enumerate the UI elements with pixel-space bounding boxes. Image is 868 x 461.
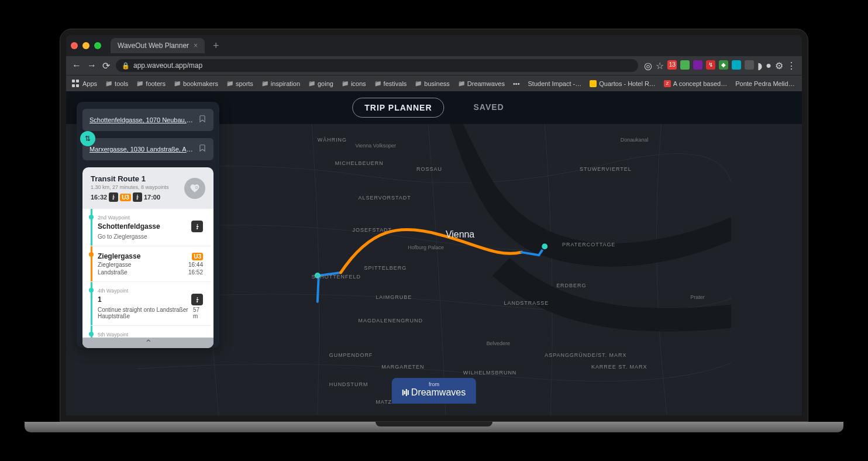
bookmark-icon[interactable] (198, 115, 206, 125)
window-controls (71, 42, 101, 49)
app-viewport: wave ut TRIP PLANNER SAVED (66, 91, 802, 415)
tab-title: WaveOut Web Planner (118, 42, 189, 50)
bookmark-link[interactable]: Student Impact -… (528, 80, 582, 87)
favorite-route-button[interactable] (184, 178, 205, 199)
extension-icon[interactable] (680, 60, 690, 70)
extension-icon[interactable] (745, 60, 754, 70)
apps-button[interactable]: Apps (72, 80, 97, 88)
bookmark-folder[interactable]: footers (136, 80, 166, 87)
tab-trip-planner[interactable]: TRIP PLANNER (352, 98, 444, 118)
svg-text:Prater: Prater (690, 294, 704, 300)
from-location-field[interactable]: Schottenfeldgasse, 1070 Neubau, Austria (82, 109, 213, 131)
extension-icon[interactable] (732, 60, 741, 70)
laptop-notch (376, 422, 492, 426)
swap-locations-button[interactable]: ⇅ (80, 131, 95, 146)
bookmark-link[interactable]: ZA concept based… (664, 80, 727, 87)
close-tab-icon[interactable]: × (194, 42, 198, 50)
route-time-row: 16:32 U3 17:00 (91, 192, 169, 202)
maximize-window-button[interactable] (94, 42, 101, 49)
forward-button[interactable]: → (87, 60, 97, 71)
svg-point-25 (137, 195, 138, 196)
settings-icon[interactable]: ⚙ (775, 60, 783, 71)
svg-text:ERDBERG: ERDBERG (556, 283, 586, 288)
laptop-screen: WaveOut Web Planner × + ← → ⟳ 🔒 app.wave… (60, 29, 808, 422)
browser-tab[interactable]: WaveOut Web Planner × (111, 38, 205, 53)
back-button[interactable]: ← (72, 60, 81, 71)
bookmark-link[interactable]: Ponte Pedra Melid… (735, 80, 795, 87)
collapse-panel-button[interactable]: ⌃ (82, 338, 213, 348)
waypoint-label: 4th Waypoint (98, 288, 203, 294)
route-steps[interactable]: 2nd Waypoint Schottenfeldgasse Go to Zie… (82, 209, 213, 338)
svg-point-24 (113, 195, 114, 196)
bookmark-folder[interactable]: Dreamwaves (458, 80, 505, 87)
badge-brand: Dreamwaves (402, 387, 466, 398)
close-window-button[interactable] (71, 42, 78, 49)
map-poi: Belvedere (487, 340, 510, 346)
site-info-icon[interactable]: ◎ (644, 60, 652, 71)
map-city-label: Vienna (446, 229, 474, 239)
route-step: 2nd Waypoint Schottenfeldgasse Go to Zie… (91, 209, 211, 246)
laptop-base (25, 422, 843, 432)
address-field[interactable]: 🔒 app.waveout.app/map (116, 59, 638, 72)
svg-text:STUWERVIERTEL: STUWERVIERTEL (580, 166, 632, 172)
svg-text:KARREE ST. MARX: KARREE ST. MARX (591, 364, 647, 370)
bookmark-folder[interactable]: icons (342, 80, 366, 87)
extension-icon[interactable] (693, 60, 702, 70)
bookmark-folder[interactable]: inspiration (261, 80, 300, 87)
profile-icon[interactable]: ● (766, 60, 771, 71)
metro-line-badge: U3 (120, 194, 131, 201)
route-title: Transit Route 1 (91, 174, 169, 183)
nav-tabs: TRIP PLANNER SAVED (352, 98, 515, 118)
svg-text:GUMPENDORF: GUMPENDORF (329, 352, 373, 358)
step-title: Zieglergasse (98, 252, 140, 260)
route-step: Zieglergasse U3 Zieglergasse16:44 Landst… (91, 246, 211, 282)
svg-text:MICHELBEUERN: MICHELBEUERN (335, 160, 384, 166)
route-step: 5th Waypoint (91, 326, 211, 338)
extension-icon[interactable]: ↯ (706, 60, 715, 70)
bookmark-folder[interactable]: sports (226, 80, 253, 87)
from-location-text: Schottenfeldgasse, 1070 Neubau, Austria (89, 116, 194, 123)
route-card: Transit Route 1 1.30 km, 27 minutes, 8 w… (82, 167, 213, 348)
walk-icon (191, 221, 203, 232)
svg-text:LAIMGRUBE: LAIMGRUBE (376, 294, 412, 300)
bookmark-folder[interactable]: festivals (374, 80, 407, 87)
arrive-time: 17:00 (144, 194, 160, 201)
route-header: Transit Route 1 1.30 km, 27 minutes, 8 w… (82, 167, 213, 209)
bookmark-star-icon[interactable]: ☆ (656, 60, 664, 71)
lock-icon: 🔒 (122, 62, 130, 70)
bookmark-folder[interactable]: going (308, 80, 333, 87)
extension-icon[interactable]: 13 (667, 60, 677, 70)
map-poi: Donaukanal (621, 137, 649, 143)
new-tab-button[interactable]: + (209, 40, 223, 52)
browser-tab-bar: WaveOut Web Planner × + (66, 35, 802, 56)
svg-text:WÄHRING: WÄHRING (318, 137, 347, 143)
reload-button[interactable]: ⟳ (102, 60, 110, 71)
svg-text:ROSSAU: ROSSAU (416, 166, 442, 172)
bookmark-link[interactable]: Quartos - Hotel R… (590, 80, 656, 87)
svg-text:WILHELMSBRUNN: WILHELMSBRUNN (463, 370, 517, 376)
depart-time: 16:32 (91, 194, 107, 201)
bookmark-icon[interactable] (198, 144, 206, 154)
to-location-field[interactable]: Marxergasse, 1030 Landstraße, Austria (82, 138, 213, 160)
svg-text:JOSEFSTADT: JOSEFSTADT (353, 227, 392, 233)
svg-text:ASPANGGRÜNDE/ST. MARX: ASPANGGRÜNDE/ST. MARX (545, 352, 626, 358)
extension-icons: ◎ ☆ 13 ↯ ◆ ◗ ● ⚙ ⋮ (644, 60, 796, 71)
browser-window: WaveOut Web Planner × + ← → ⟳ 🔒 app.wave… (66, 35, 802, 415)
waypoint-label: 2nd Waypoint (98, 215, 203, 221)
bookmark-folder[interactable]: bookmakers (174, 80, 218, 87)
menu-icon[interactable]: ⋮ (787, 60, 796, 71)
tab-saved[interactable]: SAVED (462, 98, 516, 118)
bookmark-folder[interactable]: tools (105, 80, 128, 87)
minimize-window-button[interactable] (82, 42, 89, 49)
bookmark-folder[interactable]: business (415, 80, 449, 87)
incognito-icon: ◗ (757, 60, 762, 71)
extension-icon[interactable]: ◆ (719, 60, 728, 70)
svg-point-1 (541, 243, 548, 250)
svg-text:LANDSTRASSE: LANDSTRASSE (504, 300, 549, 306)
url-bar: ← → ⟳ 🔒 app.waveout.app/map ◎ ☆ 13 ↯ ◆ (66, 56, 802, 75)
bookmark-link[interactable]: ••• (513, 80, 520, 87)
svg-point-27 (197, 223, 198, 225)
step-title: 1 (98, 295, 102, 304)
walk-icon (191, 294, 203, 305)
dreamwaves-badge: from Dreamwaves (392, 378, 476, 404)
